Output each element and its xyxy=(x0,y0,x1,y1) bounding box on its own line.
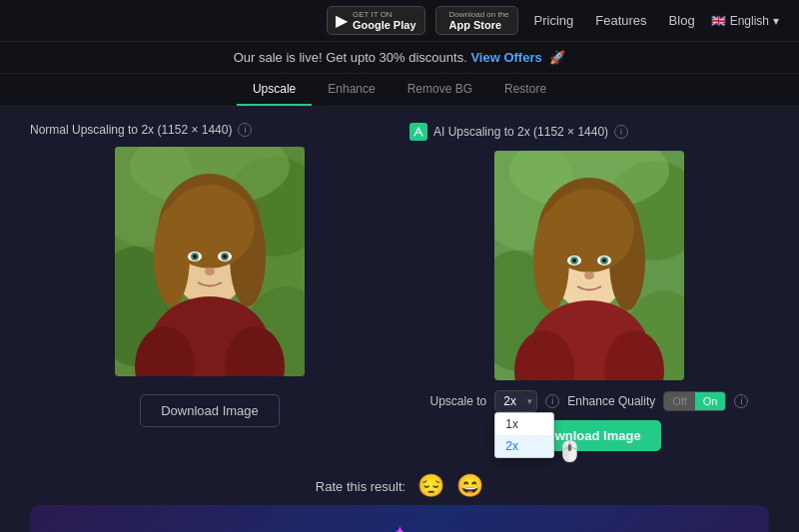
normal-portrait-svg xyxy=(115,147,305,376)
ai-portrait-svg xyxy=(494,151,684,380)
tab-bar: Upscale Enhance Remove BG Restore xyxy=(0,74,799,107)
upscale-dropdown[interactable]: 1x 2x xyxy=(494,412,554,458)
normal-upscaling-panel: Normal Upscaling to 2x (1152 × 1440) i xyxy=(30,123,390,451)
google-play-label: GET IT ON xyxy=(353,10,416,19)
rating-row: Rate this result: 😔 😄 xyxy=(0,463,799,505)
nav-features[interactable]: Features xyxy=(589,9,652,32)
svg-point-33 xyxy=(544,189,634,272)
language-label: English xyxy=(730,14,769,28)
ai-image-container xyxy=(494,151,684,380)
svg-point-39 xyxy=(602,259,606,263)
upscale-select-wrapper: 2x ▾ 1x 2x xyxy=(494,390,537,412)
sale-text: Our sale is live! Get upto 30% discounts… xyxy=(234,50,467,65)
svg-point-16 xyxy=(193,255,197,259)
rate-label: Rate this result: xyxy=(316,479,405,494)
svg-point-40 xyxy=(584,271,594,279)
tab-restore[interactable]: Restore xyxy=(488,74,562,106)
ai-info-icon[interactable]: i xyxy=(614,125,628,139)
main-content: Normal Upscaling to 2x (1152 × 1440) i xyxy=(0,107,799,463)
svg-point-17 xyxy=(223,255,227,259)
bulk-banner: ✦ Want to Upscale Images in bulk? Get Ea… xyxy=(30,505,769,532)
normal-download-button[interactable]: Download Image xyxy=(140,394,280,427)
normal-image-container xyxy=(115,147,305,376)
dropdown-option-2x[interactable]: 2x xyxy=(495,435,553,457)
upscale-info-icon[interactable]: i xyxy=(545,394,559,408)
normal-info-icon[interactable]: i xyxy=(238,123,252,137)
sale-banner: Our sale is live! Get upto 30% discounts… xyxy=(0,42,799,74)
google-play-button[interactable]: ▶ GET IT ON Google Play xyxy=(327,6,425,35)
view-offers-link[interactable]: View Offers xyxy=(470,50,541,65)
language-selector[interactable]: 🇬🇧 English ▾ xyxy=(711,14,779,28)
upscale-to-label: Upscale to xyxy=(430,394,487,408)
navbar: ▶ GET IT ON Google Play Download on the … xyxy=(0,0,799,42)
nav-blog[interactable]: Blog xyxy=(663,9,701,32)
sad-rating-button[interactable]: 😔 xyxy=(417,473,444,499)
tab-enhance[interactable]: Enhance xyxy=(312,74,391,106)
rocket-icon: 🚀 xyxy=(549,50,565,65)
bulk-upscale-icon: ✦ xyxy=(392,521,408,532)
ai-panel-title: AI Upscaling to 2x (1152 × 1440) xyxy=(433,125,608,139)
toggle-off-button[interactable]: Off xyxy=(664,392,694,410)
upscale-controls: Upscale to 2x ▾ 1x 2x i Enhance Quality … xyxy=(409,390,769,412)
tab-upscale[interactable]: Upscale xyxy=(237,74,312,106)
app-store-button[interactable]: Download on the App Store xyxy=(435,6,518,35)
ai-upscaling-panel: AI Upscaling to 2x (1152 × 1440) i xyxy=(409,123,769,451)
ai-panel-header: AI Upscaling to 2x (1152 × 1440) i xyxy=(409,123,769,141)
happy-rating-button[interactable]: 😄 xyxy=(456,473,483,499)
tab-remove-bg[interactable]: Remove BG xyxy=(392,74,488,106)
google-play-icon: ▶ xyxy=(336,11,348,30)
chevron-down-icon: ▾ xyxy=(773,14,779,28)
ai-badge-icon xyxy=(409,123,427,141)
dropdown-option-1x[interactable]: 1x xyxy=(495,413,553,435)
nav-pricing[interactable]: Pricing xyxy=(528,9,580,32)
app-store-label: Download on the xyxy=(449,10,509,19)
app-store-name: App Store xyxy=(449,19,509,31)
enhance-quality-label: Enhance Quality xyxy=(567,394,655,408)
google-play-name: Google Play xyxy=(353,19,416,31)
svg-point-11 xyxy=(165,185,255,268)
normal-panel-header: Normal Upscaling to 2x (1152 × 1440) i xyxy=(30,123,390,137)
enhance-toggle[interactable]: Off On xyxy=(663,391,726,411)
enhance-info-icon[interactable]: i xyxy=(734,394,748,408)
upscale-select[interactable]: 2x xyxy=(494,390,537,412)
toggle-on-button[interactable]: On xyxy=(695,392,726,410)
normal-panel-title: Normal Upscaling to 2x (1152 × 1440) xyxy=(30,123,232,137)
svg-point-18 xyxy=(205,267,215,275)
svg-point-38 xyxy=(572,259,576,263)
flag-icon: 🇬🇧 xyxy=(711,14,726,28)
